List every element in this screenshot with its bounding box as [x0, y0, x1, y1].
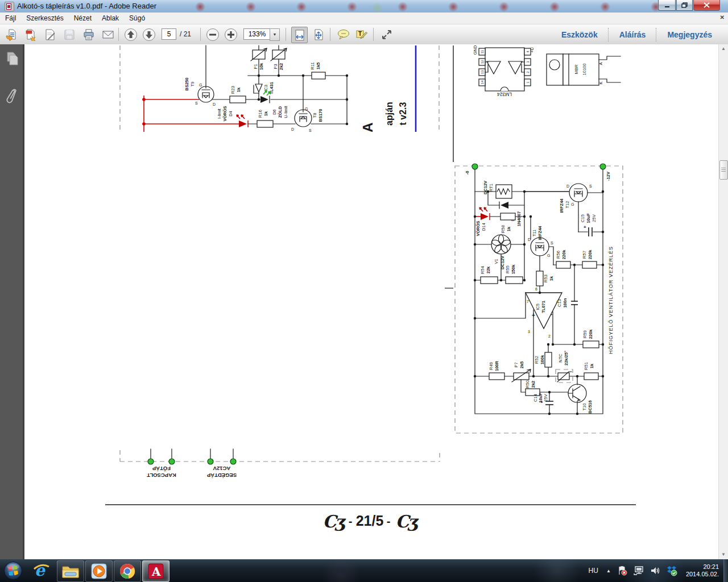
hidden-icons-caret[interactable]: ▲ [603, 568, 614, 573]
next-page-button[interactable] [141, 27, 156, 42]
page-number-input[interactable] [162, 28, 176, 40]
scroll-up-icon[interactable]: ▲ [719, 44, 728, 53]
highlight-button[interactable]: T [354, 27, 369, 42]
label-r59: R59 [582, 330, 588, 338]
sign-button[interactable] [42, 27, 57, 42]
taskbar-explorer-button[interactable] [57, 560, 84, 582]
close-button[interactable] [693, 0, 720, 11]
label-d6: D6 [272, 109, 277, 115]
document-page[interactable]: BS250 T9 G S D P1 10k P3 2k2 [24, 44, 719, 559]
menu-fajl[interactable]: Fájl [0, 13, 21, 23]
taskbar-clock[interactable]: 20:21 2014.05.02. [680, 563, 723, 578]
comment-panel-button[interactable]: Megjegyzés [657, 30, 722, 39]
vertical-scrollbar[interactable]: ▲ ▼ [718, 44, 728, 559]
taskbar: e [0, 559, 728, 582]
bottom-terminals: FŐTÁP KAPCSOLT AC12V SEGÉDTÁP [120, 449, 440, 479]
print-button[interactable] [81, 27, 96, 42]
scroll-down-icon[interactable]: ▼ [719, 550, 728, 559]
label-c14: C14 [533, 394, 538, 402]
fit-width-button[interactable] [291, 27, 308, 43]
pin-d-t11: D [528, 238, 531, 242]
zoom-out-button[interactable] [205, 27, 220, 42]
plus-icon [224, 28, 238, 41]
label-d13v: 1N4007 [516, 211, 522, 226]
label-ic5: IC5 [535, 304, 540, 310]
minimize-icon [664, 3, 670, 8]
svg-text:T: T [358, 31, 362, 37]
label-d4: D4 [228, 111, 233, 117]
label-r50: R50 [525, 380, 530, 388]
sign-panel-button[interactable]: Aláírás [609, 30, 656, 39]
terminal-fotap: FŐTÁP [152, 465, 171, 472]
print-icon [82, 28, 95, 41]
taskbar-wmp-button[interactable] [85, 560, 113, 582]
label-r58: R58 [500, 225, 506, 233]
label-v1: V1 [494, 259, 499, 264]
taskbar-ie-button[interactable]: e [28, 560, 55, 581]
menu-ablak[interactable]: Ablak [97, 13, 124, 23]
language-indicator[interactable]: HU [584, 567, 603, 575]
page-thumbnails-button[interactable] [5, 50, 19, 67]
fit-page-button[interactable] [311, 27, 326, 42]
network-button[interactable] [630, 566, 647, 576]
fullscreen-button[interactable] [379, 27, 394, 42]
mbr-a: A [598, 62, 603, 65]
navigation-pane [0, 44, 24, 559]
label-p7: P7 [514, 362, 519, 367]
start-orb-icon [3, 561, 23, 580]
create-pdf-button[interactable] [23, 27, 38, 42]
footer-dash1: - [349, 515, 353, 527]
menu-szerkesztes[interactable]: Szerkesztés [21, 13, 68, 23]
toolbar-hide-icon[interactable]: ✕ [720, 14, 725, 20]
dropbox-button[interactable] [663, 565, 680, 576]
zoom-dropdown-button[interactable]: ▼ [270, 28, 280, 41]
fan-control-circuit: -0 -12V DC12V RT1 D13 1N4007 D S [455, 164, 623, 433]
label-t8v: BS170 [318, 109, 323, 122]
menu-nezet[interactable]: Nézet [69, 13, 97, 23]
label-p3v: 2k2 [279, 63, 284, 70]
pin-g: G [199, 83, 202, 87]
fit-page-icon [312, 28, 325, 41]
network-icon [633, 566, 644, 576]
opamp-pin3: 3 [528, 330, 530, 334]
terminal-kapcsolt: KAPCSOLT [147, 472, 176, 479]
label-r51v: 1k [589, 363, 594, 368]
save-button[interactable] [61, 27, 77, 42]
taskbar-adobe-reader-button[interactable]: A [142, 560, 169, 582]
label-r54v: 22k [486, 266, 491, 273]
adobe-reader-app-icon [5, 2, 14, 11]
window-title: Alkotó-s tápleírás v1.0.pdf - Adobe Read… [17, 2, 156, 10]
label-p1v: 10k [259, 63, 264, 70]
label-v1v: DC12V [500, 256, 505, 269]
label-d6c: ZÖLD [278, 106, 283, 118]
tools-panel-button[interactable]: Eszközök [551, 30, 608, 39]
speaker-icon [650, 566, 660, 576]
previous-page-button[interactable] [123, 27, 138, 42]
scrollbar-thumb[interactable] [719, 160, 728, 180]
close-icon [704, 2, 710, 8]
label-p7v: 2k5 [519, 361, 524, 369]
zoom-in-button[interactable] [223, 27, 238, 42]
label-r52: R52 [534, 356, 539, 364]
comment-button[interactable] [336, 27, 351, 42]
label-ntc: NTC [558, 354, 563, 363]
label-t12-irfz44: IRFZ44 [559, 198, 564, 213]
action-center-button[interactable] [614, 566, 630, 576]
volume-button[interactable] [647, 566, 663, 576]
zoom-level-value[interactable]: 133% [243, 28, 271, 40]
restore-button[interactable] [676, 0, 693, 11]
opamp-pin6: 6 [535, 287, 537, 291]
label-rt1: RT1 [489, 184, 494, 192]
open-button[interactable] [3, 27, 19, 42]
window-controls [657, 0, 720, 11]
taskbar-chrome-button[interactable] [114, 560, 141, 582]
menu-sugo[interactable]: Súgó [124, 13, 150, 23]
schematic-svg: BS250 T9 G S D P1 10k P3 2k2 [25, 44, 719, 559]
minimize-button[interactable] [658, 0, 676, 11]
start-button[interactable] [1, 560, 25, 581]
attachments-button[interactable] [5, 89, 19, 106]
speech-bubble-icon [337, 28, 350, 41]
email-button[interactable] [100, 27, 115, 42]
arrow-down-icon [142, 28, 156, 41]
show-desktop-button[interactable] [723, 559, 728, 582]
